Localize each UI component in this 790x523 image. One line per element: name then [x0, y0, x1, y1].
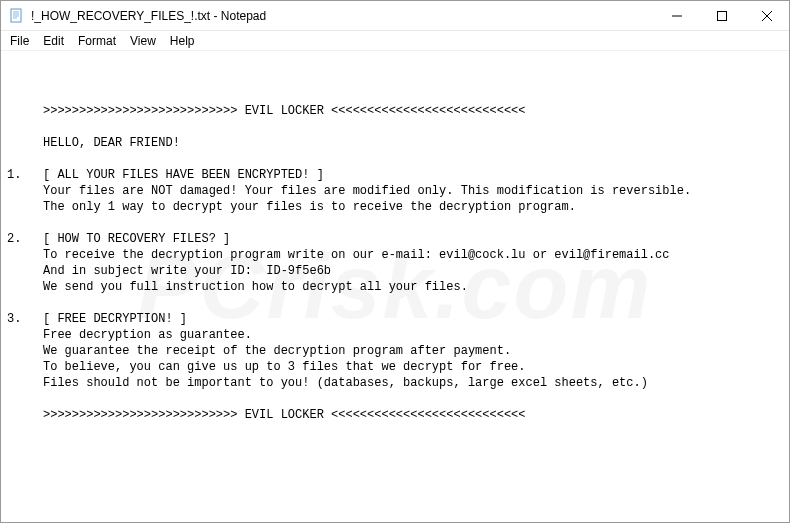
menu-help[interactable]: Help [163, 32, 202, 50]
menu-edit[interactable]: Edit [36, 32, 71, 50]
svg-rect-6 [717, 11, 726, 20]
maximize-button[interactable] [699, 1, 744, 30]
menubar: File Edit Format View Help [1, 31, 789, 51]
notepad-window: !_HOW_RECOVERY_FILES_!.txt - Notepad Fil… [0, 0, 790, 523]
titlebar: !_HOW_RECOVERY_FILES_!.txt - Notepad [1, 1, 789, 31]
text-content: >>>>>>>>>>>>>>>>>>>>>>>>>>> EVIL LOCKER … [7, 103, 783, 423]
close-button[interactable] [744, 1, 789, 30]
menu-format[interactable]: Format [71, 32, 123, 50]
window-controls [654, 1, 789, 30]
svg-rect-0 [11, 9, 21, 22]
notepad-icon [9, 8, 25, 24]
menu-view[interactable]: View [123, 32, 163, 50]
window-title: !_HOW_RECOVERY_FILES_!.txt - Notepad [31, 9, 654, 23]
menu-file[interactable]: File [3, 32, 36, 50]
minimize-button[interactable] [654, 1, 699, 30]
text-area[interactable]: PCrisk.com >>>>>>>>>>>>>>>>>>>>>>>>>>> E… [1, 51, 789, 522]
